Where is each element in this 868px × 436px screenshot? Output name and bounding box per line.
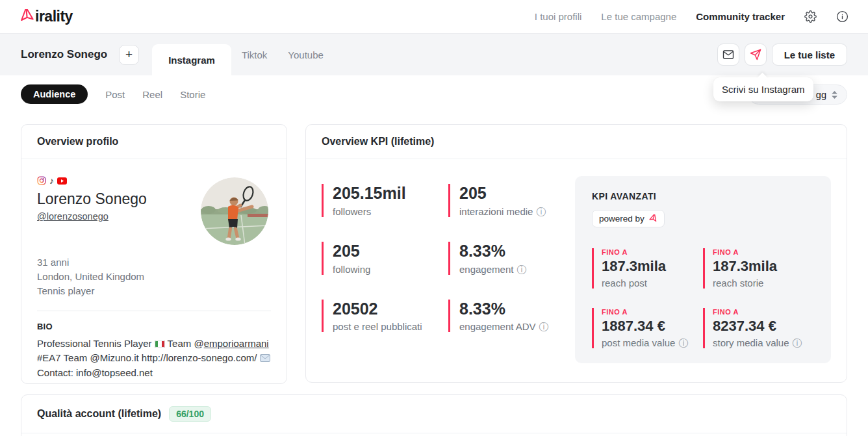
tooltip-scrivi-su-instagram: Scrivi su Instagram [713, 77, 813, 101]
envelope-emoji-icon [260, 352, 270, 366]
adv-value: 8237.34 € [713, 318, 814, 335]
stat-label: followers [333, 206, 371, 217]
le-tue-liste-button[interactable]: Le tue liste [772, 44, 847, 66]
nav-le-tue-campagne[interactable]: Le tue campagne [601, 11, 676, 22]
stat-following: 205 following [322, 242, 448, 275]
adv-label: post media value [602, 337, 675, 348]
adv-value: 1887.34 € [602, 318, 703, 335]
profile-name: Lorenzo Sonego [37, 190, 147, 208]
italy-flag-icon [155, 340, 165, 348]
stat-value: 20502 [333, 300, 448, 318]
tooltip-text: Scrivi su Instagram [722, 84, 805, 95]
info-circle-icon[interactable]: ⓘ [539, 322, 549, 331]
platform-tabs: Instagram Tiktok Youtube [152, 34, 334, 75]
adv-prefix: FINO A [602, 308, 703, 316]
overview-profilo-title: Overview profilo [21, 125, 287, 159]
paper-plane-logo-icon [19, 9, 34, 24]
stat-value: 205 [459, 184, 575, 203]
stat-value: 8.33% [459, 242, 575, 261]
kpi-avanzati-box: KPI AVANZATI powered by FINO A 187.3mila [575, 176, 831, 363]
kpi-avanzati-title: KPI AVANZATI [592, 191, 814, 201]
stat-value: 205 [333, 242, 448, 261]
add-profile-button[interactable]: + [119, 45, 139, 65]
overview-kpi-card: Overview KPI (lifetime) 205.15mil follow… [305, 124, 847, 383]
bio-seg3: #EA7 Team @Mizuno.it http://lorenzo-sone… [37, 352, 257, 363]
profile-age: 31 anni [37, 255, 271, 270]
stat-value: 205.15mil [333, 184, 448, 203]
adv-reach-storie: FINO A 187.3mila reach storie [703, 248, 814, 289]
qualita-account-title: Qualità account (lifetime) [37, 408, 161, 420]
profile-bar-name: Lorenzo Sonego [21, 48, 107, 61]
bio-seg2: Team @ [168, 338, 204, 349]
stat-engagement: 8.33% engagementⓘ [448, 242, 575, 275]
stat-label: post e reel pubblicati [333, 321, 422, 332]
adv-reach-post: FINO A 187.3mila reach post [592, 248, 703, 289]
filter-reel[interactable]: Reel [142, 89, 162, 100]
adv-story-media-value: FINO A 8237.34 € story media valueⓘ [703, 308, 814, 348]
nav-i-tuoi-profili[interactable]: I tuoi profili [535, 11, 582, 22]
adv-prefix: FINO A [713, 308, 814, 316]
info-circle-icon[interactable]: ⓘ [793, 338, 802, 348]
tab-tiktok[interactable]: Tiktok [231, 34, 277, 75]
envelope-icon [722, 49, 734, 60]
overview-profilo-card: Overview profilo [21, 124, 287, 384]
tab-instagram[interactable]: Instagram [152, 44, 231, 75]
filter-audience[interactable]: Audience [21, 84, 88, 104]
powered-by-badge: powered by [592, 210, 665, 227]
stat-engagement-adv: 8.33% engagement ADVⓘ [448, 300, 575, 333]
info-circle-icon[interactable]: ⓘ [678, 338, 688, 348]
profile-handle-link[interactable]: @lorenzosonego [37, 211, 108, 222]
account-score-badge: 66/100 [169, 406, 211, 422]
overview-kpi-title: Overview KPI (lifetime) [306, 125, 847, 159]
stat-followers: 205.15mil followers [322, 184, 448, 217]
tab-youtube[interactable]: Youtube [277, 34, 334, 75]
tiktok-icon: ♪ [49, 176, 54, 185]
info-icon[interactable] [836, 10, 849, 23]
profile-occupation: Tennis player [37, 284, 271, 298]
stat-label: following [333, 264, 370, 275]
avatar [201, 177, 268, 245]
kpi-avanzati-grid: FINO A 187.3mila reach post FINO A 187.3… [592, 248, 814, 348]
qualita-account-card: Qualità account (lifetime) 66/100 [21, 394, 847, 436]
paper-plane-icon [750, 49, 761, 60]
stat-label: engagement ADV [459, 321, 536, 332]
divider [37, 311, 271, 311]
adv-value: 187.3mila [602, 258, 703, 275]
filter-post[interactable]: Post [105, 89, 125, 100]
bio-label: BIO [37, 322, 271, 331]
gear-icon[interactable] [804, 10, 817, 23]
send-dm-button[interactable] [745, 44, 767, 66]
info-circle-icon[interactable]: ⓘ [517, 264, 526, 274]
adv-label: reach storie [713, 277, 763, 289]
stat-value: 8.33% [459, 300, 575, 318]
info-circle-icon[interactable]: ⓘ [536, 207, 546, 216]
youtube-icon [57, 177, 67, 185]
adv-label: reach post [602, 277, 647, 289]
adv-value: 187.3mila [713, 258, 814, 275]
profile-location: London, United Kingdom [37, 270, 271, 284]
adv-post-media-value: FINO A 1887.34 € post media valueⓘ [592, 308, 703, 348]
bio-link-emporioarmani[interactable]: emporioarmani [204, 338, 269, 349]
stat-post-reel-pubblicati: 20502 post e reel pubblicati [322, 300, 448, 333]
virality-logo[interactable]: irality [19, 8, 73, 25]
nav-community-tracker[interactable]: Community tracker [696, 11, 785, 22]
profile-bar: Lorenzo Sonego + Instagram Tiktok Youtub… [0, 34, 868, 75]
stat-label: interazioni medie [459, 206, 533, 217]
top-header: irality I tuoi profili Le tue campagne C… [0, 0, 868, 34]
adv-prefix: FINO A [713, 248, 814, 256]
instagram-icon [37, 176, 46, 185]
adv-label: story media value [713, 337, 789, 348]
email-button[interactable] [717, 44, 739, 66]
kpi-stats-grid: 205.15mil followers 205 interazioni medi… [322, 176, 575, 363]
adv-prefix: FINO A [602, 248, 703, 256]
stat-label: engagement [459, 264, 513, 275]
bio-seg4: Contact: info@topseed.net [37, 367, 153, 378]
powered-by-text: powered by [599, 214, 645, 224]
stat-interazioni-medie: 205 interazioni medieⓘ [448, 184, 575, 217]
logo-text: irality [35, 8, 73, 25]
bio-seg1: Professional Tennis Player [37, 338, 151, 349]
filter-storie[interactable]: Storie [180, 89, 205, 100]
paper-plane-icon [649, 214, 657, 223]
sort-arrows-icon [831, 90, 838, 99]
bio-text: Professional Tennis Player Team @emporio… [37, 337, 271, 380]
